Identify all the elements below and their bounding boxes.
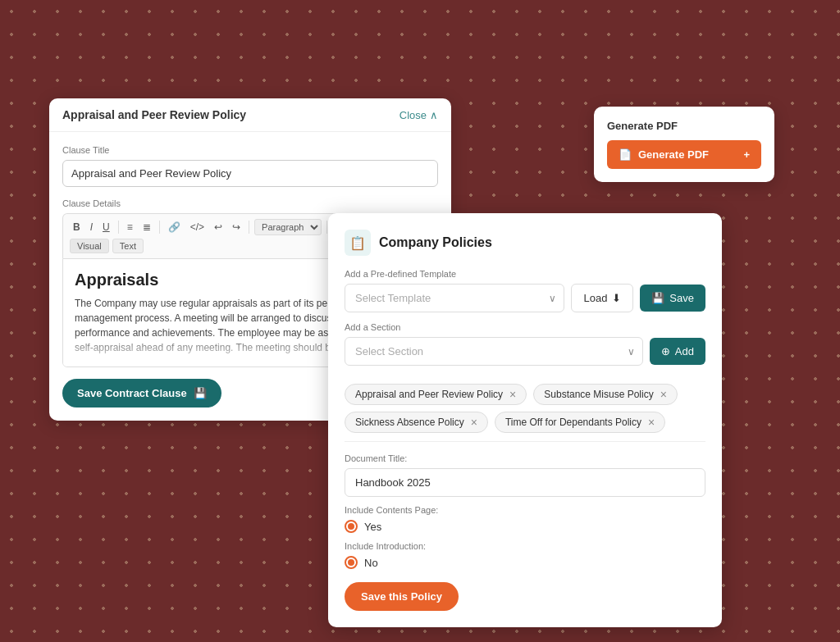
editor-header: Appraisal and Peer Review Policy Close ∧ <box>49 98 451 132</box>
link-button[interactable]: 🔗 <box>165 220 184 234</box>
toolbar-divider-3 <box>249 221 249 234</box>
add-template-label: Add a Pre-defined Template <box>345 269 705 279</box>
add-section-button[interactable]: ⊕ Add <box>650 338 705 365</box>
text-tab[interactable]: Text <box>112 239 144 253</box>
section-select-wrapper: Select Section ∨ <box>345 337 643 366</box>
save-icon: 💾 <box>194 387 207 399</box>
tag-remove-sickness[interactable]: × <box>471 417 477 428</box>
bold-button[interactable]: B <box>70 220 84 234</box>
radio-dot-yes <box>345 520 358 533</box>
include-intro-label: Include Introduction: <box>345 541 705 551</box>
add-section-row: Select Section ∨ ⊕ Add <box>345 337 705 366</box>
generate-pdf-button[interactable]: 📄 Generate PDF + <box>607 140 761 169</box>
toolbar-divider-1 <box>118 221 119 234</box>
generate-pdf-title: Generate PDF <box>607 120 761 132</box>
section-select[interactable]: Select Section <box>345 337 643 366</box>
editor-header-title: Appraisal and Peer Review Policy <box>62 108 246 121</box>
policies-title: Company Policies <box>379 235 492 250</box>
chevron-up-icon: ∧ <box>430 109 438 121</box>
undo-button[interactable]: ↩ <box>211 220 226 234</box>
visual-tab[interactable]: Visual <box>70 239 109 253</box>
toolbar-divider-4 <box>326 221 327 234</box>
clause-title-input[interactable] <box>62 160 438 187</box>
include-contents-label: Include Contents Page: <box>345 505 705 515</box>
doc-title-input[interactable] <box>345 468 705 497</box>
paragraph-select[interactable]: Paragraph <box>254 219 322 235</box>
numbered-list-button[interactable]: ≣ <box>139 220 154 234</box>
editor-close-button[interactable]: Close ∧ <box>399 109 438 121</box>
policies-icon: 📋 <box>345 230 371 256</box>
add-section-label: Add a Section <box>345 322 705 332</box>
save-template-icon: 💾 <box>651 292 664 304</box>
tag-appraisal: Appraisal and Peer Review Policy × <box>345 384 527 405</box>
clause-title-label: Clause Title <box>62 145 438 155</box>
doc-title-label: Document Title: <box>345 453 705 463</box>
add-template-row: Select Template ∨ Load ⬇ 💾 Save <box>345 284 705 312</box>
pdf-icon: 📄 <box>619 148 632 161</box>
include-intro-no[interactable]: No <box>345 556 705 569</box>
policies-header: 📋 Company Policies <box>345 230 705 256</box>
italic-button[interactable]: I <box>87 220 96 234</box>
tag-remove-timeoff[interactable]: × <box>648 417 655 428</box>
save-template-button[interactable]: 💾 Save <box>640 285 705 312</box>
tag-substance: Substance Misuse Policy × <box>533 384 678 405</box>
code-button[interactable]: </> <box>187 220 208 234</box>
include-intro-group: Include Introduction: No <box>345 541 705 569</box>
include-contents-group: Include Contents Page: Yes <box>345 505 705 533</box>
generate-pdf-card: Generate PDF 📄 Generate PDF + <box>594 107 774 182</box>
save-policy-button[interactable]: Save this Policy <box>345 582 459 611</box>
tags-area: Appraisal and Peer Review Policy × Subst… <box>345 376 705 442</box>
visual-text-tabs: Visual Text <box>70 239 144 253</box>
download-icon: ⬇ <box>612 292 621 304</box>
tag-remove-appraisal[interactable]: × <box>509 389 516 400</box>
bullet-list-button[interactable]: ≡ <box>124 220 136 234</box>
redo-button[interactable]: ↪ <box>229 220 244 234</box>
underline-button[interactable]: U <box>99 220 113 234</box>
template-select-wrapper: Select Template ∨ <box>345 284 564 312</box>
policies-card: 📋 Company Policies Add a Pre-defined Tem… <box>328 213 722 627</box>
toolbar-divider-2 <box>159 221 160 234</box>
template-select[interactable]: Select Template <box>345 284 564 312</box>
radio-dot-no <box>345 556 358 569</box>
clause-details-label: Clause Details <box>62 198 438 208</box>
save-clause-button[interactable]: Save Contract Clause 💾 <box>62 379 221 408</box>
tag-timeoff: Time Off for Dependants Policy × <box>495 412 665 433</box>
load-button[interactable]: Load ⬇ <box>571 284 633 312</box>
tag-sickness: Sickness Absence Policy × <box>345 412 488 433</box>
plus-circle-icon: ⊕ <box>661 345 670 357</box>
include-contents-yes[interactable]: Yes <box>345 520 705 533</box>
tag-remove-substance[interactable]: × <box>660 389 667 400</box>
